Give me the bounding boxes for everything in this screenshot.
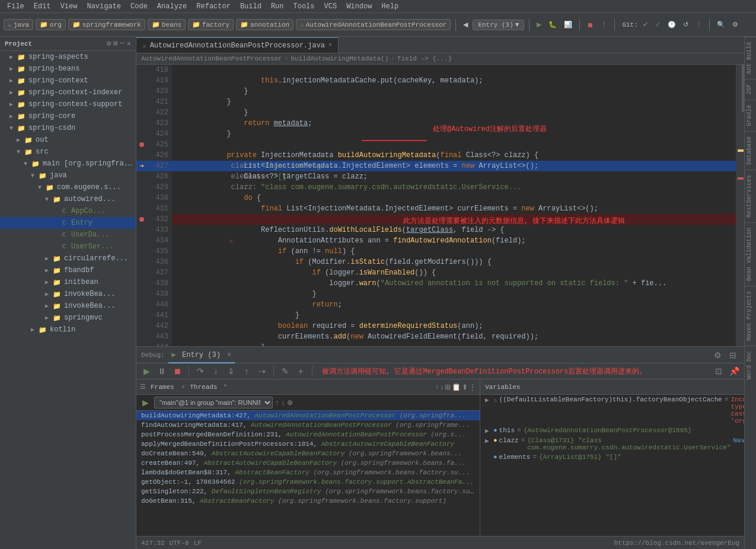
entry-dropdown[interactable]: Entry (3) ▼	[473, 20, 524, 30]
frame-item-8[interactable]: getSingleton:222, DefaultSingletonBeanRe…	[136, 487, 480, 496]
frames-filter-btn[interactable]: ⊞	[445, 383, 451, 391]
sidebar-item-appco[interactable]: C AppCo...	[0, 205, 136, 217]
sidebar-item-com-eugene[interactable]: ▼ 📁 com.eugene.s...	[0, 181, 136, 193]
frames-tab[interactable]: Frames	[148, 384, 177, 391]
pause-btn[interactable]: ⏸	[155, 365, 168, 378]
coverage-button[interactable]: 📊	[562, 20, 575, 30]
debug-restore-btn[interactable]: ⊟	[726, 349, 739, 362]
debug-settings-btn[interactable]: ⚙	[711, 349, 724, 362]
step-over-btn[interactable]: ↷	[194, 365, 207, 378]
sidebar-item-kotlin[interactable]: ▶ 📁 kotlin	[0, 324, 136, 336]
thread-up-btn[interactable]: ↑	[275, 398, 279, 407]
sidebar-item-initbean[interactable]: ▶ 📁 initbean	[0, 276, 136, 288]
menu-refactor[interactable]: Refactor	[192, 0, 235, 13]
right-tab-worddoc[interactable]: Word Doc	[745, 346, 756, 384]
sidebar-item-spring-context[interactable]: ▶ 📁 spring-context	[0, 75, 136, 87]
resume-btn[interactable]: ▶	[140, 365, 153, 378]
frame-item-6[interactable]: lambda$doGetBean$0:317, AbstractBeanFact…	[136, 468, 480, 477]
threads-tab[interactable]: Threads	[187, 384, 219, 391]
add-watch-btn[interactable]: +	[294, 365, 307, 378]
git-history-button[interactable]: 🕐	[665, 20, 678, 30]
menu-run[interactable]: Run	[266, 0, 289, 13]
thread-resume-btn[interactable]: ▶	[139, 396, 152, 409]
thread-down-btn[interactable]: ↓	[281, 398, 285, 407]
menu-window[interactable]: Window	[342, 0, 377, 13]
sidebar-item-spring-context-indexer[interactable]: ▶ 📁 spring-context-indexer	[0, 87, 136, 98]
more-button[interactable]: ⋮	[598, 20, 610, 30]
sidebar-item-invokebea2[interactable]: ▶ 📁 invokeBea...	[0, 300, 136, 312]
frames-copy-btn[interactable]: 📋	[452, 383, 461, 391]
right-tab-ant[interactable]: Ant Build	[745, 37, 756, 79]
menu-view[interactable]: View	[56, 0, 82, 13]
sidebar-item-springmvc[interactable]: ▶ 📁 springmvc	[0, 312, 136, 324]
settings-button[interactable]: ⚙	[730, 20, 741, 30]
sidebar-close-icon[interactable]: —	[120, 39, 125, 48]
menu-help[interactable]: Help	[377, 0, 403, 13]
sidebar-item-invokebea1[interactable]: ▶ 📁 invokeBea...	[0, 288, 136, 300]
git-check-button[interactable]: ✔	[640, 20, 650, 30]
sidebar-item-userda[interactable]: C UserDa...	[0, 229, 136, 241]
var-expand-factory[interactable]: ▶	[485, 396, 493, 404]
frame-item-1[interactable]: findAutowiringMetadata:417, AutowiredAnn…	[136, 420, 480, 430]
sidebar-item-userser[interactable]: C UserSer...	[0, 241, 136, 253]
breadcrumb-beans[interactable]: 📁 beans	[148, 19, 186, 30]
sidebar-item-spring-aspects[interactable]: ▶ 📁 spring-aspects	[0, 51, 136, 63]
debug-run-button[interactable]: 🐛	[546, 20, 559, 30]
var-nav-navigate[interactable]: Navigate	[733, 437, 745, 444]
frame-item-0[interactable]: buildAutowiringMetadata:427, AutowiredAn…	[136, 411, 480, 420]
breakpoint-432[interactable]	[139, 217, 144, 222]
frames-more-btn[interactable]: ⋮	[469, 383, 476, 391]
breakpoint-425[interactable]	[139, 142, 144, 147]
sidebar-item-spring-csdn[interactable]: ▼ 📁 spring-csdn	[0, 122, 136, 134]
menu-navigate[interactable]: Navigate	[82, 0, 126, 13]
step-out-btn[interactable]: ↑	[240, 365, 253, 378]
frame-item-3[interactable]: applyMergedBeanDefinitionPostProcessors:…	[136, 439, 480, 449]
tab-close-button[interactable]: ×	[328, 42, 332, 49]
back-button[interactable]: ◀	[461, 20, 470, 30]
force-step-into-btn[interactable]: ⇓	[225, 365, 238, 378]
debug-entry-close[interactable]: ×	[227, 351, 231, 359]
menu-build[interactable]: Build	[235, 0, 266, 13]
run-button[interactable]: ▶	[534, 20, 544, 30]
right-tab-beanvalidation[interactable]: Bean Validation	[745, 222, 756, 286]
menu-file[interactable]: File	[2, 0, 29, 13]
git-more-button[interactable]: ⋮	[693, 20, 704, 30]
breadcrumb-springframework[interactable]: 📁 springframework	[68, 19, 145, 30]
sidebar-minimize-icon[interactable]: ✕	[127, 39, 131, 48]
sidebar-item-main[interactable]: ▼ 📁 main [org.springfra...	[0, 158, 136, 170]
stop-btn[interactable]: ⏹	[171, 365, 184, 378]
breadcrumb-factory[interactable]: 📁 factory	[188, 19, 234, 30]
sidebar-item-src[interactable]: ▼ 📁 src	[0, 146, 136, 158]
menu-edit[interactable]: Edit	[29, 0, 56, 13]
var-expand-clazz[interactable]: ▶	[485, 437, 493, 445]
menu-tools[interactable]: Tools	[289, 0, 320, 13]
debug-tab-entry[interactable]: ▶ Entry (3) ×	[168, 347, 235, 363]
debug-pin-btn[interactable]: 📌	[728, 365, 741, 378]
breadcrumb-class[interactable]: ☕ AutowiredAnnotationBeanPostProcessor	[296, 19, 451, 30]
sidebar-item-entry[interactable]: C Entry	[0, 217, 136, 229]
stop-button[interactable]: ⏹	[585, 20, 596, 30]
menu-analyze[interactable]: Analyze	[152, 0, 192, 13]
sidebar-item-java[interactable]: ▼ 📁 java	[0, 170, 136, 181]
step-into-btn[interactable]: ↓	[209, 365, 222, 378]
sidebar-layout-icon[interactable]: ⊞	[113, 39, 117, 48]
frame-item-5[interactable]: createBean:497, AbstractAutowireCapableB…	[136, 458, 480, 468]
frame-item-4[interactable]: doCreateBean:549, AbstractAutowireCapabl…	[136, 449, 480, 458]
right-tab-restservices[interactable]: RestServices	[745, 170, 756, 222]
sidebar-item-spring-context-support[interactable]: ▶ 📁 spring-context-support	[0, 98, 136, 110]
sidebar-item-circularrefe[interactable]: ▶ 📁 circularrefe...	[0, 253, 136, 264]
sidebar-item-spring-core[interactable]: ▶ 📁 spring-core	[0, 110, 136, 122]
sidebar-gear-icon[interactable]: ⚙	[107, 39, 111, 48]
thread-filter-btn[interactable]: ⊕	[287, 398, 293, 407]
sidebar-item-spring-beans[interactable]: ▶ 📁 spring-beans	[0, 63, 136, 75]
sidebar-item-out[interactable]: ▶ 📁 out	[0, 134, 136, 146]
menu-vcs[interactable]: VCS	[320, 0, 342, 13]
frames-down-btn[interactable]: ↓	[440, 383, 444, 391]
frames-export-btn[interactable]: ⬆	[462, 383, 468, 391]
git-check2-button[interactable]: ✓	[653, 20, 663, 30]
editor-tab-main[interactable]: ☕ AutowiredAnnotationBeanPostProcessor.j…	[136, 37, 339, 53]
right-tab-maven[interactable]: Maven Projects	[745, 286, 756, 346]
var-expand-this[interactable]: ▶	[485, 427, 493, 435]
frame-item-9[interactable]: doGetBean:315, AbstractBeanFactory (org.…	[136, 496, 480, 506]
menu-code[interactable]: Code	[126, 0, 152, 13]
